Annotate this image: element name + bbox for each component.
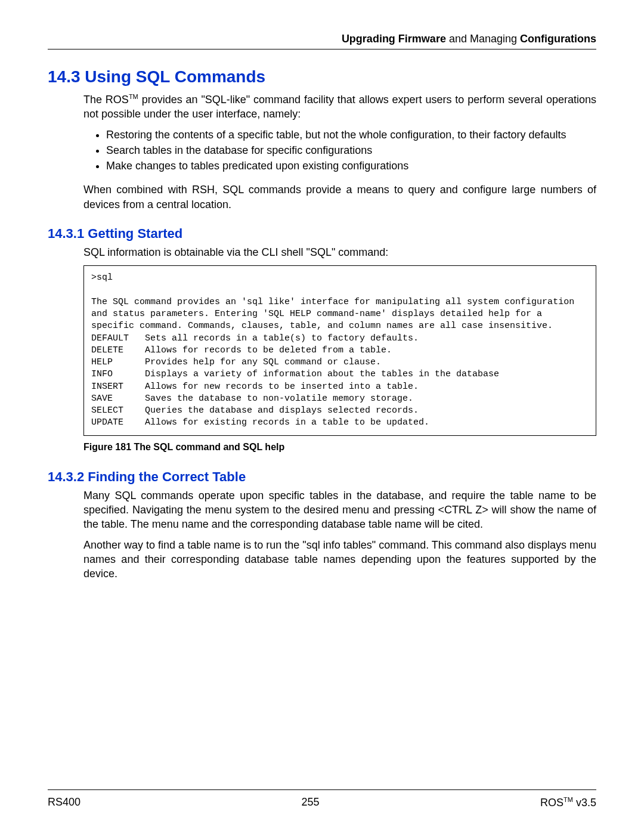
subsection-heading: 14.3.2 Finding the Correct Table [48, 469, 596, 485]
rule-top [48, 49, 596, 49]
trademark-symbol: TM [564, 796, 573, 803]
figure-caption: Figure 181 The SQL command and SQL help [83, 442, 596, 453]
sub2-paragraph-1: Many SQL commands operate upon specific … [83, 488, 596, 532]
bullet-list: Restoring the contents of a specific tab… [83, 128, 596, 174]
running-head-mid: and Managing [446, 33, 520, 45]
page: Upgrading Firmware and Managing Configur… [0, 0, 644, 833]
running-head-left: Upgrading Firmware [342, 33, 446, 45]
running-head-right: Configurations [520, 33, 596, 45]
footer-row: RS400 255 ROSTM v3.5 [48, 796, 596, 809]
page-footer: RS400 255 ROSTM v3.5 [48, 789, 596, 809]
subsection-heading: 14.3.1 Getting Started [48, 226, 596, 241]
running-head: Upgrading Firmware and Managing Configur… [48, 33, 596, 45]
footer-right-post: v3.5 [573, 797, 596, 809]
footer-right: ROSTM v3.5 [540, 796, 596, 809]
intro-post: provides an "SQL-like" command facility … [83, 94, 596, 120]
intro-pre: The ROS [83, 94, 129, 106]
sub2-paragraph-2: Another way to find a table name is to r… [83, 538, 596, 581]
intro-paragraph: The ROSTM provides an "SQL-like" command… [83, 92, 596, 122]
footer-left: RS400 [48, 796, 80, 809]
subsection-body: Many SQL commands operate upon specific … [83, 488, 596, 581]
subsection-body: SQL information is obtainable via the CL… [83, 245, 596, 453]
footer-right-pre: ROS [540, 797, 564, 809]
footer-center: 255 [302, 796, 320, 809]
subsection-title: Finding the Correct Table [88, 469, 246, 484]
section-title: Using SQL Commands [85, 67, 265, 86]
sub1-paragraph: SQL information is obtainable via the CL… [83, 245, 596, 259]
section-heading: 14.3 Using SQL Commands [48, 67, 596, 86]
section-number: 14.3 [48, 67, 80, 86]
list-item: Make changes to tables predicated upon e… [106, 159, 596, 173]
subsection-number: 14.3.2 [48, 469, 84, 484]
intro-paragraph-2: When combined with RSH, SQL commands pro… [83, 182, 596, 212]
list-item: Restoring the contents of a specific tab… [106, 128, 596, 142]
rule-bottom [48, 789, 596, 790]
subsection-number: 14.3.1 [48, 226, 84, 241]
trademark-symbol: TM [129, 93, 138, 100]
section-body: The ROSTM provides an "SQL-like" command… [83, 92, 596, 212]
subsection-title: Getting Started [88, 226, 182, 241]
code-block: >sql The SQL command provides an 'sql li… [83, 265, 596, 435]
list-item: Search tables in the database for specif… [106, 143, 596, 157]
